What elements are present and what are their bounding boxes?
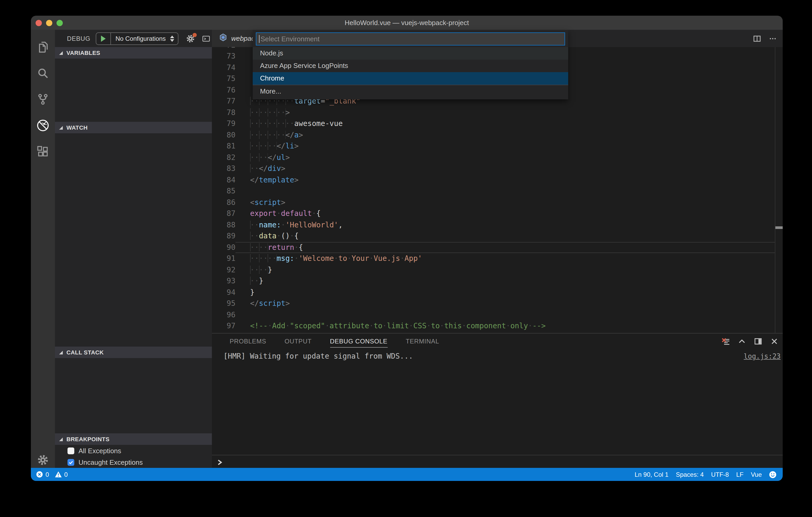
scrollbar-divider	[775, 30, 775, 333]
problems-status-item[interactable]: 0 0	[36, 468, 71, 481]
panel-tab-terminal[interactable]: TERMINAL	[406, 334, 439, 349]
line-number: 94	[212, 287, 235, 298]
panel-tab-output[interactable]: OUTPUT	[285, 334, 312, 349]
code-line-86: 86<script>	[212, 197, 783, 208]
console-log-text: [HMR] Waiting for update signal from WDS…	[224, 352, 413, 360]
chevron-updown-icon	[170, 35, 174, 41]
code-line-79: 79··········awesome-vue	[212, 118, 783, 129]
input-placeholder: Select Environment	[261, 35, 319, 43]
line-number: 78	[212, 107, 235, 118]
quick-pick-item-node-js[interactable]: Node.js	[253, 47, 568, 60]
maximize-panel-button[interactable]	[738, 337, 746, 345]
section-header-call-stack[interactable]: CALL STACK	[55, 346, 212, 358]
code-line-84: 84</template>	[212, 174, 783, 186]
breakpoint-all-exceptions[interactable]: All Exceptions	[55, 445, 212, 456]
line-number: 92	[212, 264, 235, 275]
editor-more-actions-button[interactable]	[768, 34, 777, 42]
line-number: 85	[212, 186, 235, 197]
overview-ruler-cursor-marker	[775, 226, 783, 229]
quick-pick-widget: Select Environment Node.jsAzure App Serv…	[253, 30, 568, 99]
line-number: 97	[212, 321, 235, 332]
line-number: 77	[212, 96, 235, 107]
status-item-vue[interactable]: Vue	[751, 471, 762, 478]
console-source-link[interactable]: log.js:23	[744, 351, 781, 362]
line-number: 84	[212, 174, 235, 186]
screen: HelloWorld.vue — vuejs-webpack-project D…	[0, 0, 812, 517]
line-number: 96	[212, 309, 235, 321]
status-bar: 0 0 Ln 90, Col 1Spaces: 4UTF-8LFVue	[31, 468, 783, 481]
section-header-breakpoints[interactable]: BREAKPOINTS	[55, 433, 212, 445]
section-header-variables[interactable]: VARIABLES	[55, 47, 212, 59]
warning-count: 0	[64, 471, 67, 478]
panel-position-button[interactable]	[754, 337, 762, 345]
quick-pick-item-chrome[interactable]: Chrome	[253, 72, 568, 85]
code-line-80: 80········</a>	[212, 129, 783, 141]
debug-console-toggle-icon[interactable]	[201, 34, 211, 43]
twistie-icon	[59, 126, 63, 129]
start-debugging-icon[interactable]	[101, 35, 106, 41]
line-number: 75	[212, 73, 235, 84]
checkbox[interactable]	[67, 459, 74, 465]
line-number: 90	[212, 242, 235, 253]
split-editor-button[interactable]	[753, 34, 761, 42]
line-number: 80	[212, 129, 235, 141]
debug-view-title: DEBUG	[67, 35, 90, 42]
debug-config-label: No Configurations	[111, 35, 170, 42]
text-cursor	[259, 35, 260, 43]
code-line-82: 82····</ul>	[212, 152, 783, 163]
window-title: HelloWorld.vue — vuejs-webpack-project	[31, 16, 783, 30]
line-number: 95	[212, 298, 235, 309]
source-control-icon[interactable]	[31, 89, 55, 110]
clear-console-button[interactable]	[722, 337, 730, 345]
search-icon[interactable]	[31, 63, 55, 84]
line-number: 76	[212, 84, 235, 96]
code-line-87: 87export·default·{	[212, 208, 783, 219]
activity-bar	[31, 30, 55, 468]
line-number: 89	[212, 231, 235, 242]
line-number: 86	[212, 197, 235, 208]
code-line-91: 91······msg:·'Welcome·to·Your·Vue.js·App…	[212, 253, 783, 264]
quick-pick-item-azure-app-service-logpoints[interactable]: Azure App Service LogPoints	[253, 60, 568, 72]
quick-pick-item-more-[interactable]: More...	[253, 85, 568, 98]
close-panel-button[interactable]	[770, 337, 779, 345]
debug-toolbar: DEBUG No Configurations	[55, 30, 212, 47]
code-line-97: 97<!--·Add·"scoped"·attribute·to·limit·C…	[212, 321, 783, 332]
breakpoint-uncaught-exceptions[interactable]: Uncaught Exceptions	[55, 456, 212, 468]
code-line-78: 78········>	[212, 107, 783, 118]
error-count: 0	[46, 471, 49, 478]
status-item-lf[interactable]: LF	[736, 471, 744, 478]
code-line-92: 92····}	[212, 264, 783, 275]
code-line-96: 96	[212, 309, 783, 321]
error-icon	[36, 471, 43, 478]
console-log-row: [HMR] Waiting for update signal from WDS…	[224, 351, 781, 362]
warning-icon	[55, 471, 61, 478]
section-header-watch[interactable]: WATCH	[55, 122, 212, 133]
panel-tab-problems[interactable]: PROBLEMS	[230, 334, 266, 349]
debug-configure-gear-icon[interactable]	[186, 34, 195, 43]
debug-config-dropdown[interactable]: No Configurations	[95, 32, 178, 45]
select-environment-input[interactable]: Select Environment	[256, 32, 565, 45]
feedback-smiley-icon[interactable]	[769, 471, 776, 478]
console-prompt-chevron-icon	[212, 459, 223, 468]
line-number: 74	[212, 62, 235, 73]
status-item-spaces-4[interactable]: Spaces: 4	[676, 471, 704, 478]
manage-gear-icon[interactable]	[31, 450, 55, 470]
status-item-ln-90-col-1[interactable]: Ln 90, Col 1	[635, 471, 668, 478]
status-item-utf-8[interactable]: UTF-8	[711, 471, 729, 478]
editor-tab-label: webpac	[231, 34, 255, 42]
files-icon[interactable]	[31, 37, 55, 58]
vscode-window: HelloWorld.vue — vuejs-webpack-project D…	[31, 16, 783, 481]
line-number: 82	[212, 152, 235, 163]
extensions-icon[interactable]	[31, 141, 55, 162]
debug-console-input[interactable]	[212, 455, 783, 469]
code-line-89: 89··data·()·{	[212, 231, 783, 242]
debug-icon[interactable]	[31, 115, 55, 136]
bottom-panel: PROBLEMSOUTPUTDEBUG CONSOLETERMINAL [HMR…	[212, 333, 783, 468]
line-number: 91	[212, 253, 235, 264]
line-number: 93	[212, 275, 235, 287]
checkbox[interactable]	[67, 447, 74, 454]
twistie-icon	[59, 437, 63, 441]
titlebar: HelloWorld.vue — vuejs-webpack-project	[31, 16, 783, 30]
panel-tab-debug-console[interactable]: DEBUG CONSOLE	[330, 334, 387, 349]
line-number: 81	[212, 141, 235, 152]
